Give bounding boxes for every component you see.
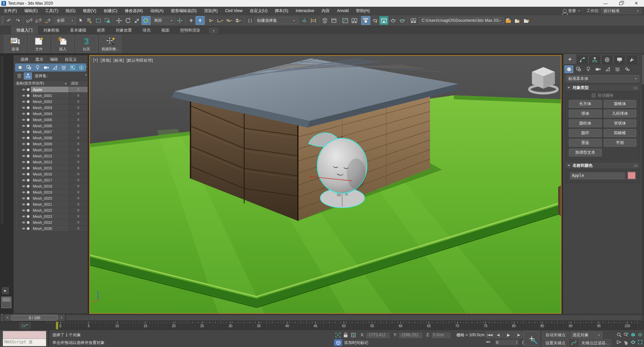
primitive-category-dropdown[interactable]: 标准基本体▼ <box>566 75 639 82</box>
scene-object-row[interactable]: Mesh_0004 <box>14 111 88 117</box>
category-shapes-icon[interactable] <box>574 65 583 73</box>
ribbon-videos-button[interactable]: 视频和教... <box>99 35 121 53</box>
rectangular-selection-region-icon[interactable] <box>94 16 103 25</box>
select-manipulate-icon[interactable] <box>186 16 196 25</box>
primitive-button[interactable]: 管状体 <box>604 119 637 127</box>
schematic-view-icon[interactable] <box>350 16 359 25</box>
ribbon-tab[interactable]: 基本建模 <box>65 26 91 34</box>
next-frame-button[interactable]: > <box>59 315 64 320</box>
minimize-button[interactable]: — <box>598 0 613 7</box>
scene-object-row[interactable]: Apple <box>14 87 88 93</box>
overflow-chevrons-icon[interactable]: » <box>85 64 87 68</box>
viewport-label-item[interactable]: [标准] <box>113 58 124 63</box>
select-scale-icon[interactable] <box>132 16 142 25</box>
reference-coordsys-dropdown[interactable]: 局部▼ <box>152 17 175 24</box>
object-name[interactable]: Mesh_0009 <box>31 141 69 147</box>
frozen-cell[interactable] <box>69 129 88 135</box>
object-name[interactable]: Mesh_0021 <box>31 201 69 207</box>
maxscript-script-line[interactable]: MAXScript 迷 <box>3 339 46 346</box>
menu-item[interactable]: Civil View <box>221 7 246 15</box>
scene-object-row[interactable]: Mesh_0021 <box>14 201 88 207</box>
track-bar-ruler[interactable]: 0510152025303540455055606570758085909510… <box>47 321 641 330</box>
scene-object-row[interactable]: Mesh_0005 <box>14 117 88 123</box>
object-name[interactable]: Apple <box>31 87 69 93</box>
menu-item[interactable]: 图形编辑器(D) <box>167 7 201 15</box>
menu-item[interactable]: 文件(F) <box>0 7 20 15</box>
absolute-offset-toggle-icon[interactable] <box>350 332 357 338</box>
primitive-button[interactable]: 四棱锥 <box>604 129 637 137</box>
time-slider-track[interactable] <box>66 315 642 320</box>
menu-item[interactable]: 自定义(U) <box>246 7 271 15</box>
named-selection-sets-dropdown[interactable]: 创建选择集▼ <box>255 17 298 24</box>
object-name[interactable]: Mesh_0008 <box>31 135 69 141</box>
maxscript-macro-line[interactable] <box>3 331 46 339</box>
frozen-cell[interactable] <box>69 141 88 147</box>
category-geometry-icon[interactable] <box>565 65 573 73</box>
explorer-menu-item[interactable]: 编辑 <box>47 57 61 62</box>
scene-object-row[interactable]: Mesh_0007 <box>14 129 88 135</box>
category-cameras-icon[interactable] <box>594 65 602 73</box>
selection-filter-dropdown[interactable]: 全部▼ <box>54 17 76 24</box>
frozen-cell[interactable] <box>69 99 88 105</box>
project-folder-dropdown[interactable]: C:\Users\UsagiOS\Documents\3ds Max 2020▼ <box>419 17 504 24</box>
menu-item[interactable]: 编辑(E) <box>20 7 41 15</box>
time-tag-cube-icon[interactable] <box>334 339 342 346</box>
menu-item[interactable]: Interactive <box>292 7 318 15</box>
curve-editor-icon[interactable] <box>341 16 350 25</box>
frozen-cell[interactable] <box>69 201 88 207</box>
frozen-cell[interactable] <box>69 165 88 171</box>
object-name[interactable]: Mesh_0023 <box>31 213 69 219</box>
isolate-selection-icon[interactable] <box>334 332 342 338</box>
frozen-cell[interactable] <box>69 105 88 111</box>
object-name[interactable]: Mesh_0007 <box>31 129 69 135</box>
window-crossing-icon[interactable] <box>103 16 112 25</box>
frozen-cell[interactable] <box>69 195 88 201</box>
primitive-button[interactable]: 茶壶 <box>569 139 602 147</box>
display-helpers-icon[interactable] <box>51 64 59 71</box>
column-frozen[interactable]: 冻结 <box>69 81 88 86</box>
rollout-grip-icon[interactable] <box>634 87 638 89</box>
command-panel-scrollbar[interactable] <box>642 54 644 314</box>
key-filters-button[interactable]: 关键点过滤器... <box>579 340 611 347</box>
object-type-rollout-header[interactable]: 对象类型 <box>566 85 640 91</box>
frozen-cell[interactable] <box>69 226 88 232</box>
frozen-cell[interactable] <box>69 207 88 213</box>
spin-down-icon[interactable]: ▼ <box>516 343 518 345</box>
percent-snap-icon[interactable]: % <box>225 16 234 25</box>
ribbon-tab[interactable]: 视图 <box>156 26 174 34</box>
object-name[interactable]: Mesh_0013 <box>31 159 69 165</box>
maximize-button[interactable] <box>613 0 629 7</box>
scene-object-row[interactable]: Mesh_0035 <box>14 226 88 232</box>
frozen-cell[interactable] <box>69 183 88 189</box>
set-key-button[interactable]: 设置关键点 <box>542 340 569 347</box>
scene-object-row[interactable]: Mesh_0022 <box>14 207 88 213</box>
frozen-cell[interactable] <box>69 147 88 153</box>
mirror-icon[interactable] <box>300 16 309 25</box>
scene-object-row[interactable]: Mesh_0009 <box>14 141 88 147</box>
render-production-icon[interactable] <box>388 16 397 25</box>
toggle-ribbon-icon[interactable] <box>329 16 338 25</box>
frozen-cell[interactable] <box>69 219 88 226</box>
viewport-label-item[interactable]: [透视] <box>101 58 111 63</box>
object-name[interactable]: Mesh_0016 <box>31 171 69 177</box>
undo-icon[interactable]: ↶ <box>4 16 13 25</box>
explorer-menu-item[interactable]: 显示 <box>33 57 46 62</box>
object-name[interactable]: Mesh_0004 <box>31 111 69 117</box>
ribbon-tab[interactable]: 对象放置 <box>111 26 137 34</box>
object-name[interactable]: Mesh_0003 <box>31 105 69 111</box>
redo-icon[interactable]: ↷ <box>13 16 22 25</box>
frozen-cell[interactable] <box>69 87 88 93</box>
frozen-cell[interactable] <box>69 111 88 117</box>
menu-item[interactable]: Arnold <box>333 7 353 15</box>
frozen-cell[interactable] <box>69 93 88 99</box>
frozen-cell[interactable] <box>69 171 88 177</box>
object-name[interactable]: Mesh_0017 <box>31 177 69 183</box>
object-name[interactable]: Mesh_0022 <box>31 207 69 213</box>
y-coordinate-field[interactable]: -1596.251 <box>398 332 423 338</box>
scene-object-row[interactable]: Mesh_0012 <box>14 153 88 159</box>
arnold-window-icon[interactable] <box>409 16 418 25</box>
asset-tracking-icon[interactable] <box>513 16 522 25</box>
new-key-settings-icon[interactable] <box>570 339 578 346</box>
primitive-button[interactable]: 长方体 <box>569 100 602 108</box>
ribbon-options-button[interactable]: 选项 <box>4 35 26 53</box>
